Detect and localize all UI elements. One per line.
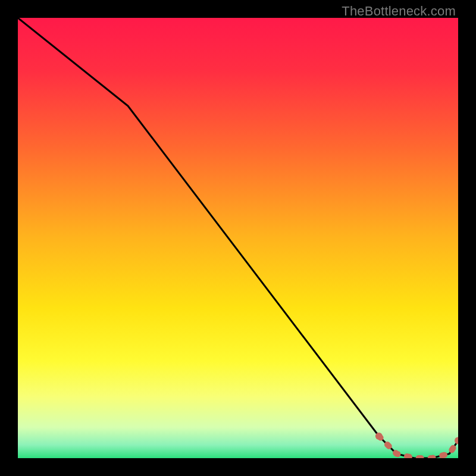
chart-canvas <box>18 18 458 458</box>
highlight-endpoint <box>375 433 383 440</box>
chart-frame <box>18 18 458 458</box>
watermark-label: TheBottleneck.com <box>342 4 456 19</box>
gradient-background <box>18 18 458 458</box>
